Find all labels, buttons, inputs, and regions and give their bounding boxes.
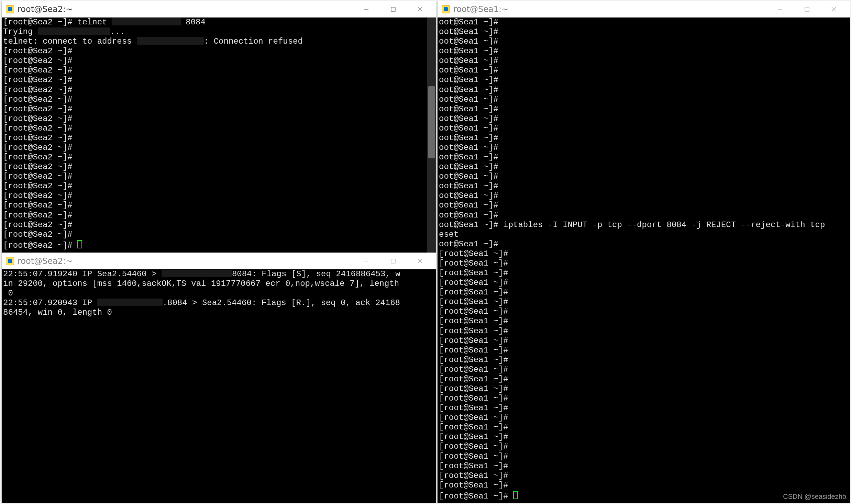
terminal-window-sea2-top[interactable]: root@Sea2:~ [root@Sea2 ~]# telnet 8084Tr… (1, 1, 436, 255)
scroll-thumb[interactable] (428, 86, 435, 158)
terminal-line: [root@Sea2 ~]# (3, 85, 435, 95)
redacted-ip (97, 299, 163, 306)
terminal-line: [root@Sea1 ~]# (439, 346, 849, 355)
terminal-line: [root@Sea2 ~]# (3, 133, 435, 143)
terminal-line: oot@Sea1 ~]# (439, 181, 849, 191)
terminal-line: oot@Sea1 ~]# (439, 191, 849, 201)
maximize-button[interactable] (380, 2, 407, 17)
terminal-line: oot@Sea1 ~]# (439, 56, 849, 66)
terminal-line: oot@Sea1 ~]# (439, 143, 849, 153)
terminal-line: [root@Sea1 ~]# (439, 278, 849, 288)
terminal-line: [root@Sea2 ~]# (3, 114, 435, 124)
svg-rect-9 (805, 7, 809, 11)
terminal-line: eset (439, 230, 849, 239)
terminal-body[interactable]: oot@Sea1 ~]#oot@Sea1 ~]#oot@Sea1 ~]#oot@… (438, 18, 850, 503)
terminal-line: oot@Sea1 ~]# (439, 201, 849, 210)
terminal-line: [root@Sea1 ~]# (439, 442, 849, 451)
terminal-line: oot@Sea1 ~]# (439, 37, 849, 46)
redacted-ip (38, 27, 110, 35)
terminal-line: [root@Sea1 ~]# (439, 307, 849, 316)
redacted-ip (137, 37, 204, 45)
terminal-line: [root@Sea1 ~]# (439, 374, 849, 384)
terminal-line: telnet: connect to address : Connection … (3, 37, 435, 46)
svg-rect-1 (391, 7, 395, 11)
close-button[interactable] (820, 2, 847, 17)
terminal-line: [root@Sea2 ~]# (3, 191, 435, 201)
terminal-window-sea2-bottom[interactable]: root@Sea2:~ 22:55:07.919240 IP Sea2.5446… (1, 253, 436, 503)
terminal-line: oot@Sea1 ~]# iptables -I INPUT -p tcp --… (439, 220, 849, 230)
terminal-line: [root@Sea1 ~]# (439, 481, 849, 490)
terminal-line: oot@Sea1 ~]# (439, 211, 849, 220)
minimize-button[interactable] (353, 2, 380, 17)
terminal-line: [root@Sea2 ~]# (3, 95, 435, 104)
close-button[interactable] (407, 2, 433, 17)
putty-icon (442, 5, 450, 13)
terminal-line: [root@Sea2 ~]# telnet 8084 (3, 18, 435, 27)
terminal-line: [root@Sea2 ~]# (3, 162, 435, 172)
terminal-line: [root@Sea1 ~]# (439, 394, 849, 403)
window-title: root@Sea2:~ (18, 256, 350, 266)
terminal-line: [root@Sea2 ~]# (3, 239, 435, 250)
terminal-line: oot@Sea1 ~]# (439, 153, 849, 162)
window-controls (767, 2, 847, 17)
terminal-line: oot@Sea1 ~]# (439, 85, 849, 95)
titlebar[interactable]: root@Sea1:~ (438, 1, 850, 18)
terminal-line: oot@Sea1 ~]# (439, 133, 849, 143)
titlebar[interactable]: root@Sea2:~ (2, 1, 436, 18)
terminal-line: [root@Sea1 ~]# (439, 452, 849, 461)
terminal-line: in 29200, options [mss 1460,sackOK,TS va… (3, 279, 435, 289)
terminal-line: [root@Sea2 ~]# (3, 172, 435, 181)
terminal-line: 22:55:07.919240 IP Sea2.54460 > 8084: Fl… (3, 269, 435, 279)
terminal-line: [root@Sea2 ~]# (3, 230, 435, 239)
titlebar[interactable]: root@Sea2:~ (2, 253, 436, 269)
terminal-line: [root@Sea2 ~]# (3, 104, 435, 114)
terminal-line: oot@Sea1 ~]# (439, 27, 849, 37)
terminal-line: [root@Sea2 ~]# (3, 201, 435, 210)
terminal-line: [root@Sea1 ~]# (439, 355, 849, 365)
terminal-line: [root@Sea2 ~]# (3, 75, 435, 85)
watermark: CSDN @seasidezhb (783, 493, 846, 501)
terminal-body[interactable]: [root@Sea2 ~]# telnet 8084Trying ...teln… (2, 18, 436, 255)
minimize-button[interactable] (353, 254, 380, 269)
terminal-line: oot@Sea1 ~]# (439, 124, 849, 133)
terminal-line: [root@Sea1 ~]# (439, 413, 849, 423)
close-button[interactable] (407, 254, 433, 269)
scrollbar[interactable] (427, 18, 436, 255)
terminal-line: oot@Sea1 ~]# (439, 18, 849, 27)
terminal-line: [root@Sea1 ~]# (439, 471, 849, 481)
terminal-window-sea1[interactable]: root@Sea1:~ oot@Sea1 ~]#oot@Sea1 ~]#oot@… (437, 1, 850, 503)
terminal-body[interactable]: 22:55:07.919240 IP Sea2.54460 > 8084: Fl… (2, 269, 436, 503)
terminal-line: [root@Sea2 ~]# (3, 153, 435, 162)
terminal-line: oot@Sea1 ~]# (439, 46, 849, 56)
terminal-line: [root@Sea1 ~]# (439, 297, 849, 307)
terminal-line: [root@Sea1 ~]# (439, 316, 849, 326)
terminal-line: [root@Sea1 ~]# (439, 384, 849, 394)
terminal-line: [root@Sea2 ~]# (3, 181, 435, 191)
maximize-button[interactable] (380, 254, 407, 269)
terminal-line: oot@Sea1 ~]# (439, 172, 849, 181)
terminal-line: [root@Sea1 ~]# (439, 288, 849, 297)
terminal-line: [root@Sea1 ~]# (439, 461, 849, 471)
redacted-ip (162, 270, 232, 277)
terminal-line: [root@Sea2 ~]# (3, 46, 435, 56)
terminal-line: [root@Sea1 ~]# (439, 268, 849, 278)
terminal-line: [root@Sea1 ~]# (439, 403, 849, 413)
terminal-line: 22:55:07.920943 IP .8084 > Sea2.54460: F… (3, 298, 435, 308)
cursor (77, 240, 82, 248)
terminal-line: [root@Sea1 ~]# (439, 432, 849, 442)
terminal-line: oot@Sea1 ~]# (439, 104, 849, 114)
terminal-line: [root@Sea1 ~]# (439, 259, 849, 268)
terminal-line: Trying ... (3, 27, 435, 37)
minimize-button[interactable] (767, 2, 794, 17)
terminal-line: [root@Sea2 ~]# (3, 220, 435, 230)
window-title: root@Sea1:~ (453, 4, 763, 14)
terminal-line: [root@Sea1 ~]# (439, 365, 849, 374)
putty-icon (6, 5, 14, 13)
terminal-line: [root@Sea2 ~]# (3, 143, 435, 153)
window-controls (353, 254, 433, 269)
terminal-line: [root@Sea2 ~]# (3, 124, 435, 133)
maximize-button[interactable] (794, 2, 820, 17)
terminal-line: oot@Sea1 ~]# (439, 95, 849, 104)
terminal-line: [root@Sea2 ~]# (3, 211, 435, 220)
terminal-line: [root@Sea2 ~]# (3, 56, 435, 66)
